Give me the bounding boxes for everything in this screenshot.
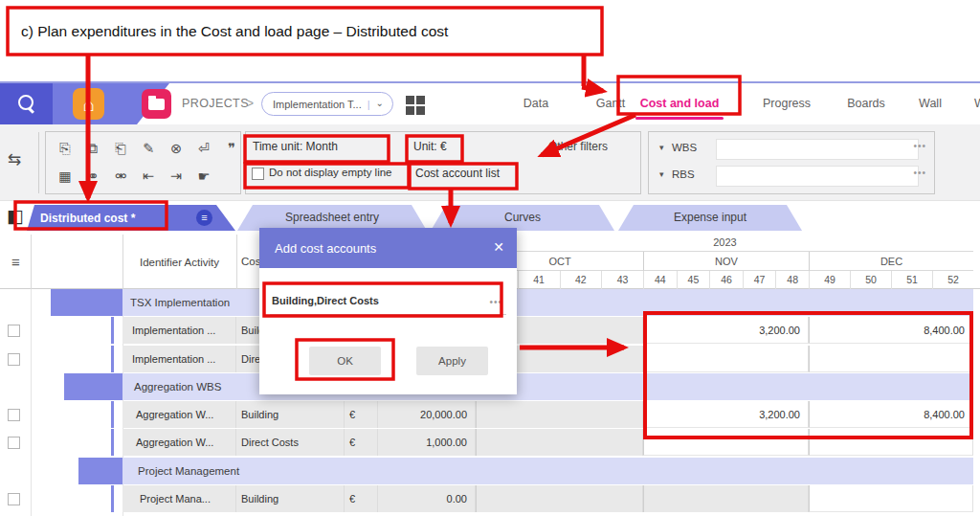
cell-dec[interactable] [809, 485, 973, 512]
rbs-more-button[interactable]: ••• [913, 168, 926, 178]
outdent-icon[interactable]: ⇤ [137, 168, 160, 184]
search-icon [18, 95, 33, 110]
column-header-cost-account[interactable]: Cos [241, 235, 260, 289]
cell-total: 1,000.00 [378, 429, 476, 456]
project-selector[interactable]: Implementation T... | ⌄ [261, 92, 393, 116]
nav-tab-w[interactable]: W [967, 83, 980, 124]
wbs-row: ▾ WBS ••• [649, 138, 934, 161]
cost-account-field[interactable]: Building,Direct Costs ••• [270, 287, 506, 315]
cost-account-more-button[interactable]: ••• [489, 297, 502, 307]
cell-cost-account[interactable]: Direct Costs [236, 429, 345, 456]
unlink-icon[interactable]: ⚮ [109, 168, 132, 184]
screen: c) Plan expenditures in the Cost and loa… [0, 0, 980, 516]
hide-empty-lines-checkbox[interactable] [252, 168, 264, 180]
apply-button[interactable]: Apply [416, 347, 488, 375]
link-icon[interactable]: ⚭ [81, 168, 104, 184]
nav-tab-data[interactable]: Data [498, 83, 574, 124]
cell-identifier[interactable]: Aggregation W... [122, 429, 236, 456]
group-label-band: Project Management [122, 458, 973, 484]
paste-icon[interactable]: ⎗ [109, 141, 132, 157]
cost-account-list-button[interactable]: Cost account list [415, 167, 500, 180]
delete-icon[interactable]: ⊗ [165, 141, 188, 156]
rbs-row: ▾ RBS ••• [649, 165, 934, 188]
rbs-dropdown-icon[interactable]: ▾ [659, 169, 664, 179]
cell-identifier[interactable]: Aggregation W... [122, 401, 236, 428]
rbs-input[interactable] [716, 166, 919, 187]
week-header-45: 45 [677, 271, 710, 289]
group-label: Aggregation WBS [122, 381, 221, 393]
row-menu-icon[interactable]: ≡ [11, 254, 20, 270]
group-label-band: TSX Implementation [122, 289, 973, 316]
cell-cost-account[interactable]: Building [236, 401, 345, 428]
select-all-icon[interactable]: ◧ [7, 207, 24, 225]
cell-identifier[interactable]: Project Mana... [122, 485, 236, 512]
cell-currency: € [345, 401, 378, 428]
hierarchy-guide [111, 317, 114, 344]
week-header-44: 44 [643, 271, 677, 289]
week-header-41: 41 [518, 271, 560, 289]
row-checkbox[interactable] [8, 493, 20, 505]
ok-button[interactable]: OK [309, 347, 381, 375]
cell-dec[interactable]: 8,400.00 [809, 401, 973, 428]
table-icon[interactable]: ▦ [54, 168, 77, 184]
cell-dec[interactable] [809, 346, 973, 372]
cell-oct [476, 485, 643, 512]
apps-grid-icon[interactable] [406, 96, 425, 115]
time-unit-label[interactable]: Time unit: Month [253, 140, 338, 153]
row-checkbox[interactable] [8, 409, 20, 421]
tab-curves[interactable]: Curves [431, 205, 614, 231]
copy-icon[interactable]: ⎘ [54, 141, 77, 157]
dialog-header[interactable]: Add cost accounts ✕ [259, 228, 517, 268]
cell-cost-account[interactable]: Building [236, 485, 345, 512]
display-options-icon[interactable]: ⇆ [8, 149, 21, 169]
tab-expense-input[interactable]: Expense input [618, 205, 802, 231]
cell-oct [476, 429, 643, 456]
cell-nov[interactable] [643, 346, 809, 372]
column-header-identifier[interactable]: Identifier Activity [122, 235, 236, 289]
indent-icon[interactable]: ⇥ [165, 168, 188, 184]
search-button[interactable] [0, 83, 53, 124]
group-label: Project Management [122, 465, 239, 477]
pointer-icon[interactable]: ☛ [192, 168, 215, 184]
cell-identifier[interactable]: Implementation ... [122, 317, 236, 344]
nav-tab-wall[interactable]: Wall [903, 83, 957, 124]
edit-icon[interactable]: ✎ [137, 141, 160, 156]
row-checkbox[interactable] [8, 325, 20, 337]
cost-account-value: Building,Direct Costs [272, 295, 379, 306]
cell-dec[interactable] [809, 429, 973, 456]
tab-distributed-cost[interactable]: Distributed cost * ≡ [27, 205, 235, 231]
other-filters-button[interactable]: Other filters [548, 140, 608, 153]
nav-tab-progress[interactable]: Progress [745, 83, 829, 124]
cell-nov[interactable]: 3,200.00 [643, 317, 809, 344]
project-selector-value: Implementation T... [262, 99, 368, 110]
tab-distributed-cost-label: Distributed cost * [27, 212, 135, 225]
close-icon[interactable]: ✕ [493, 239, 504, 255]
tab-spreadsheet-entry[interactable]: Spreadsheet entry [237, 205, 427, 231]
month-header-nov: NOV [643, 252, 809, 271]
cell-nov[interactable] [643, 429, 809, 456]
wbs-more-button[interactable]: ••• [913, 141, 926, 151]
cell-nov[interactable]: 3,200.00 [643, 401, 809, 428]
comment-icon[interactable]: ❞ [220, 141, 243, 156]
wbs-rbs-panel: ▾ WBS ••• ▾ RBS ••• [648, 131, 935, 194]
row-checkbox[interactable] [8, 353, 20, 366]
toolbar: ⇆ ⎘⧉⎗✎⊗⏎❞▦⚭⚮⇤⇥☛ Time unit: Month Unit: €… [0, 124, 980, 201]
insert-line-icon[interactable]: ⏎ [192, 141, 215, 156]
cell-identifier[interactable]: Implementation ... [122, 346, 236, 372]
group-label: TSX Implementation [122, 297, 230, 308]
unit-label[interactable]: Unit: € [413, 140, 447, 153]
projects-folder-icon[interactable] [142, 89, 171, 119]
cell-oct [476, 401, 643, 428]
cell-dec[interactable]: 8,400.00 [809, 317, 973, 344]
tab-menu-icon[interactable]: ≡ [196, 210, 212, 226]
row-checkbox[interactable] [8, 437, 20, 449]
nav-tab-cost-and-load[interactable]: Cost and load [620, 83, 739, 124]
nav-tab-boards[interactable]: Boards [829, 83, 903, 124]
breadcrumb[interactable]: PROJECTS [182, 83, 249, 124]
column-header-year: 2023 [476, 235, 973, 252]
wbs-dropdown-icon[interactable]: ▾ [659, 143, 664, 152]
wbs-input[interactable] [716, 139, 919, 160]
home-icon[interactable]: ⌂ [73, 88, 104, 120]
week-header-43: 43 [601, 271, 643, 289]
duplicate-icon[interactable]: ⧉ [81, 141, 104, 157]
